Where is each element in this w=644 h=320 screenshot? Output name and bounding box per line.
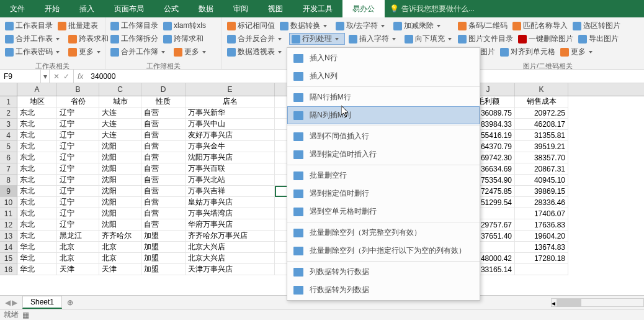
cell[interactable]: 自营 bbox=[141, 186, 186, 197]
cell[interactable]: 友好万事兴店 bbox=[186, 130, 275, 141]
btn-sheet-toc[interactable]: 工作表目录 bbox=[4, 20, 54, 32]
sheet-nav-prev-icon[interactable]: ◀ bbox=[5, 298, 11, 307]
cell-header[interactable]: 省份 bbox=[57, 96, 99, 107]
row-hdr-6[interactable]: 6 bbox=[0, 152, 17, 163]
cell[interactable]: 40945.10 bbox=[515, 175, 568, 186]
row-hdr-10[interactable]: 10 bbox=[0, 197, 17, 208]
cell[interactable]: 皇姑万事兴店 bbox=[186, 197, 275, 208]
btn-arith[interactable]: 加减乘除 bbox=[392, 20, 445, 32]
btn-more-2[interactable]: 更多 bbox=[172, 46, 211, 58]
btn-fill-down[interactable]: 向下填充 bbox=[403, 33, 457, 45]
cell[interactable]: 自营 bbox=[141, 119, 186, 130]
cell[interactable]: 华北 bbox=[17, 253, 57, 264]
cell[interactable]: 17406.07 bbox=[515, 208, 568, 219]
cell[interactable]: 北京 bbox=[57, 253, 99, 264]
row-hdr-4[interactable]: 4 bbox=[0, 130, 17, 141]
btn-book-sum[interactable]: 跨簿求和 bbox=[162, 33, 205, 45]
scroll-left-icon[interactable]: ◂ bbox=[552, 299, 555, 306]
cell[interactable]: 31355.81 bbox=[515, 130, 568, 141]
tab-review[interactable]: 审阅 bbox=[223, 0, 258, 17]
submenu-item[interactable]: 列数据转为行数据 bbox=[287, 263, 480, 281]
submenu-item[interactable]: 遇到空单元格时删行 bbox=[287, 203, 480, 221]
cell[interactable]: 东北 bbox=[17, 231, 57, 242]
btn-img-toc[interactable]: 图片文件目录 bbox=[457, 33, 514, 45]
cell[interactable]: 东北 bbox=[17, 107, 57, 119]
cell[interactable]: 加盟 bbox=[141, 231, 186, 242]
cell[interactable]: 天津 bbox=[99, 264, 141, 275]
cell[interactable]: 天津万事兴店 bbox=[186, 264, 275, 275]
row-hdr-12[interactable]: 12 bbox=[0, 219, 17, 231]
col-hdr-E[interactable]: E bbox=[186, 83, 275, 96]
row-hdr-14[interactable]: 14 bbox=[0, 242, 17, 253]
cell[interactable]: 沈阳 bbox=[99, 219, 141, 231]
add-sheet-button[interactable]: ⊕ bbox=[62, 298, 78, 307]
cell[interactable]: 自营 bbox=[141, 197, 186, 208]
cell[interactable]: 20867.31 bbox=[515, 163, 568, 175]
btn-cross-sum[interactable]: 跨表求和 bbox=[67, 33, 110, 45]
row-hdr-7[interactable]: 7 bbox=[0, 163, 17, 175]
btn-align-cell[interactable]: 对齐到单元格 bbox=[499, 46, 557, 58]
cell[interactable]: 华北 bbox=[17, 264, 57, 275]
col-hdr-C[interactable]: C bbox=[99, 83, 141, 96]
cell[interactable]: 万事兴中山 bbox=[186, 119, 275, 130]
cell[interactable]: 辽宁 bbox=[57, 197, 99, 208]
cell[interactable]: 辽宁 bbox=[57, 141, 99, 152]
row-hdr-1[interactable]: 1 bbox=[0, 96, 17, 107]
cell[interactable]: 华府万事兴店 bbox=[186, 219, 275, 231]
btn-merge-sheet[interactable]: 合并工作表 bbox=[4, 33, 65, 45]
cell[interactable]: 自营 bbox=[141, 141, 186, 152]
cell[interactable]: 沈阳 bbox=[99, 175, 141, 186]
submenu-item[interactable]: 隔N列插M列 bbox=[287, 106, 480, 124]
name-box-dropdown[interactable]: ▾ bbox=[41, 70, 50, 83]
tab-view[interactable]: 视图 bbox=[258, 0, 293, 17]
cell[interactable]: 19604.20 bbox=[515, 231, 568, 242]
select-all-corner[interactable] bbox=[0, 83, 17, 96]
cell[interactable]: 大连 bbox=[99, 107, 141, 119]
cell[interactable]: 自营 bbox=[141, 219, 186, 231]
cell[interactable]: 辽宁 bbox=[57, 152, 99, 163]
cell[interactable]: 17280.18 bbox=[515, 253, 568, 264]
btn-book-split[interactable]: 工作簿拆分 bbox=[109, 33, 159, 45]
cell[interactable]: 华北 bbox=[17, 242, 57, 253]
cell[interactable]: 28336.46 bbox=[515, 197, 568, 208]
cell[interactable]: 万事兴金牛 bbox=[186, 141, 275, 152]
btn-data-conv[interactable]: 数据转换 bbox=[279, 20, 332, 32]
col-hdr-B[interactable]: B bbox=[57, 83, 99, 96]
cell[interactable]: 沈阳 bbox=[99, 152, 141, 163]
cell-header[interactable]: 店名 bbox=[186, 96, 275, 107]
tab-dev[interactable]: 开发工具 bbox=[293, 0, 342, 17]
tab-yibangong[interactable]: 易办公 bbox=[342, 0, 385, 17]
cell[interactable]: 北京大兴店 bbox=[186, 242, 275, 253]
col-hdr-A[interactable]: A bbox=[17, 83, 57, 96]
cell[interactable]: 20972.25 bbox=[515, 107, 568, 119]
btn-pivot[interactable]: 数据透视表 bbox=[226, 46, 287, 58]
cell[interactable]: 辽宁 bbox=[57, 163, 99, 175]
btn-batch-create[interactable]: 批量建表 bbox=[56, 20, 99, 32]
row-hdr-15[interactable]: 15 bbox=[0, 253, 17, 264]
cell[interactable]: 沈阳万事兴店 bbox=[186, 152, 275, 163]
btn-merge-book[interactable]: 合并工作簿 bbox=[109, 46, 170, 58]
btn-del-img[interactable]: 一键删除图片 bbox=[517, 33, 575, 45]
cell[interactable]: 自营 bbox=[141, 163, 186, 175]
cell[interactable]: 38357.70 bbox=[515, 152, 568, 163]
fx-icon[interactable]: fx bbox=[73, 70, 87, 83]
cell[interactable]: 齐齐哈尔 bbox=[99, 231, 141, 242]
btn-match-import[interactable]: 匹配名称导入 bbox=[511, 20, 569, 32]
sheet-nav-next-icon[interactable]: ▶ bbox=[12, 298, 17, 307]
btn-insert-char[interactable]: 插入字符 bbox=[347, 33, 401, 45]
cell-header[interactable]: 城市 bbox=[99, 96, 141, 107]
cell[interactable]: 17636.83 bbox=[515, 219, 568, 231]
submenu-item[interactable]: 行数据转为列数据 bbox=[287, 281, 480, 299]
cell[interactable]: 北京 bbox=[57, 242, 99, 253]
row-hdr-3[interactable]: 3 bbox=[0, 119, 17, 130]
fx-cancel-icon[interactable]: ✕ bbox=[53, 72, 60, 81]
cell-header[interactable]: 性质 bbox=[141, 96, 186, 107]
tell-me[interactable]: 💡告诉我您想要做什么... bbox=[385, 4, 475, 14]
row-hdr-8[interactable]: 8 bbox=[0, 175, 17, 186]
cell[interactable]: 万事兴百联 bbox=[186, 163, 275, 175]
cell[interactable]: 北京 bbox=[99, 253, 141, 264]
cell-header[interactable]: 销售成本 bbox=[515, 96, 568, 107]
btn-merge-unmg[interactable]: 合并反合并 bbox=[226, 33, 287, 45]
cell[interactable]: 北京 bbox=[99, 242, 141, 253]
btn-get-char[interactable]: 取/去字符 bbox=[334, 20, 390, 32]
